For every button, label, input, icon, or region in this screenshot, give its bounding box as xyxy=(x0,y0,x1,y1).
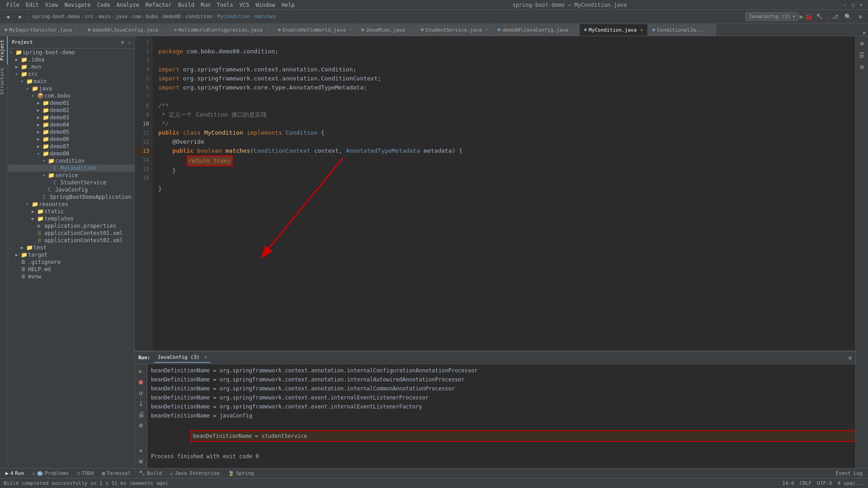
tab-studentservice[interactable]: StudentService.java × xyxy=(416,24,494,36)
tab-close[interactable]: × xyxy=(486,28,488,33)
status-indent[interactable]: 4 spac... xyxy=(837,480,864,486)
minimize-button[interactable]: – xyxy=(842,2,848,8)
menu-run[interactable]: Run xyxy=(198,1,213,9)
status-line-ending[interactable]: CRLF xyxy=(800,480,812,486)
git-button[interactable]: ⎇ xyxy=(829,12,841,22)
maximize-button[interactable]: □ xyxy=(850,2,856,8)
bottom-tab-eventlog[interactable]: Event Log xyxy=(832,469,866,477)
bottom-tab-spring[interactable]: 🍃 Spring xyxy=(224,469,258,477)
tree-demo01[interactable]: ▶ 📁 demo01 xyxy=(8,99,134,107)
run-tab-javaconfig[interactable]: JavaConfig (3) × xyxy=(154,352,211,363)
tree-demo08[interactable]: ▾ 📁 demo08 xyxy=(8,150,134,157)
right-icon-1[interactable]: ≡ xyxy=(857,38,868,49)
build-button[interactable]: 🔨 xyxy=(813,12,825,22)
tab-myimportselector[interactable]: MyImportSelector.java × xyxy=(0,24,83,36)
tree-idea[interactable]: ▶ 📁 .idea xyxy=(8,56,134,63)
tree-static[interactable]: ▶ 📁 static xyxy=(8,208,134,215)
tab-javamian[interactable]: JavaMian.java × xyxy=(357,24,416,36)
menu-navigate[interactable]: Navigate xyxy=(62,1,94,9)
tab-close[interactable]: × xyxy=(75,28,78,33)
tab-conditional[interactable]: ConditionalJa... × xyxy=(648,24,716,36)
tree-condition[interactable]: ▾ 📁 condition xyxy=(8,157,134,164)
run-scroll-end[interactable]: ⤓ xyxy=(136,399,146,408)
right-icon-2[interactable]: ☰ xyxy=(857,50,868,61)
tree-javaconfig[interactable]: ▶ C JavaConfig xyxy=(8,186,134,193)
tree-test[interactable]: ▶ 📁 test xyxy=(8,244,134,251)
tree-resources[interactable]: ▾ 📁 resources xyxy=(8,201,134,208)
run-tab-close[interactable]: × xyxy=(204,355,207,360)
back-button[interactable]: ◀ xyxy=(2,12,14,22)
menu-view[interactable]: View xyxy=(42,1,61,9)
run-rerun-button[interactable]: ↺ xyxy=(136,388,146,398)
tree-main[interactable]: ▾ 📁 main xyxy=(8,78,134,85)
tree-appctx01[interactable]: ▶ 🗎 applicationContext01.xml xyxy=(8,230,134,237)
menu-tools[interactable]: Tools xyxy=(214,1,236,9)
bottom-tab-todo[interactable]: ☑ TODO xyxy=(73,469,97,477)
bottom-tab-build[interactable]: 🔨 Build xyxy=(135,469,165,477)
tree-demo06[interactable]: ▶ 📁 demo06 xyxy=(8,136,134,143)
settings-button[interactable]: ⚙ xyxy=(854,12,866,22)
tab-demo06javaconfig[interactable]: demo06\JavaConfig.java × xyxy=(83,24,170,36)
tab-close[interactable]: × xyxy=(162,28,165,33)
run-close-button[interactable]: × xyxy=(136,446,146,455)
tab-demo08javaconfig[interactable]: demo08\JavaConfig.java × xyxy=(493,24,580,36)
menu-refactor[interactable]: Refactor xyxy=(143,1,175,9)
left-tab-structure[interactable]: Structure xyxy=(0,64,8,99)
search-button[interactable]: 🔍 xyxy=(842,12,854,22)
menu-vcs[interactable]: VCS xyxy=(237,1,252,9)
menu-analyze[interactable]: Analyze xyxy=(113,1,142,9)
menu-build[interactable]: Build xyxy=(175,1,197,9)
tree-mycondition[interactable]: ▶ C MyCondition xyxy=(8,164,134,172)
tree-studentservice[interactable]: ▶ C StudentService xyxy=(8,179,134,186)
run-config-dropdown[interactable]: JavaConfig (3) ▾ xyxy=(745,12,798,21)
tree-templates[interactable]: ▶ 📁 templates xyxy=(8,215,134,222)
menu-file[interactable]: File xyxy=(4,1,22,9)
tree-combobo[interactable]: ▾ 📦 com.bobo xyxy=(8,92,134,99)
run-settings-button[interactable]: ⚙ xyxy=(849,355,852,361)
tree-demo07[interactable]: ▶ 📁 demo07 xyxy=(8,143,134,150)
tree-appprops[interactable]: ▶ ⚙ application.properties xyxy=(8,222,134,230)
tab-mycondition[interactable]: MyCondition.java × xyxy=(580,24,648,36)
menu-help[interactable]: Help xyxy=(279,1,297,9)
tree-root[interactable]: ▾ 📁 spring-boot-demo xyxy=(8,49,134,56)
tree-gitignore[interactable]: ▶ 🗎 .gitignore xyxy=(8,258,134,266)
run-stop-button[interactable]: ■ xyxy=(136,377,146,387)
status-encoding[interactable]: UTF-8 xyxy=(817,480,832,486)
run-play-button[interactable]: ▶ xyxy=(136,366,146,376)
tree-demo04[interactable]: ▶ 📁 demo04 xyxy=(8,121,134,128)
tree-java[interactable]: ▾ 📁 java xyxy=(8,85,134,92)
debug-button[interactable]: 🐞 xyxy=(805,13,812,20)
menu-code[interactable]: Code xyxy=(94,1,113,9)
tree-service[interactable]: ▾ 📁 service xyxy=(8,172,134,179)
tab-scroll-right[interactable]: ▶ xyxy=(861,30,868,36)
right-icon-3[interactable]: ⚙ xyxy=(857,61,868,72)
tab-enablehelloworld[interactable]: EnableHelloWorld.java × xyxy=(274,24,357,36)
tab-close[interactable]: × xyxy=(266,28,269,33)
window-controls[interactable]: – □ × xyxy=(842,2,864,8)
bottom-tab-run[interactable]: ▶ 4 Run xyxy=(2,469,28,477)
tree-demo03[interactable]: ▶ 📁 demo03 xyxy=(8,114,134,121)
tab-close[interactable]: × xyxy=(572,28,575,33)
sidebar-settings[interactable]: ⚙ xyxy=(121,39,124,45)
tree-mvnw[interactable]: ▶ 🗎 mvnw xyxy=(8,273,134,280)
tree-target[interactable]: ▶ 📁 target xyxy=(8,251,134,258)
forward-button[interactable]: ▶ xyxy=(14,12,26,22)
tree-springbootdemo[interactable]: ▶ C SpringBootDemoApplication xyxy=(8,193,134,201)
tab-close[interactable]: × xyxy=(640,28,643,33)
menu-bar[interactable]: File Edit View Navigate Code Analyze Ref… xyxy=(4,1,297,9)
left-tab-project[interactable]: Project xyxy=(0,36,8,64)
bottom-tab-javaenterprise[interactable]: ☕ Java Enterprise xyxy=(166,469,223,477)
sidebar-collapse[interactable]: – xyxy=(127,39,131,45)
tree-demo05[interactable]: ▶ 📁 demo05 xyxy=(8,128,134,136)
run-print-button[interactable]: 🖨 xyxy=(136,409,146,419)
tab-close[interactable]: × xyxy=(708,28,711,33)
tab-close[interactable]: × xyxy=(349,28,352,33)
close-button[interactable]: × xyxy=(858,2,864,8)
status-position[interactable]: 14:6 xyxy=(782,480,794,486)
tree-mvn[interactable]: ▶ 📁 .mvn xyxy=(8,63,134,70)
tab-close[interactable]: × xyxy=(409,28,411,33)
run-expand-button[interactable]: ⊞ xyxy=(136,456,146,466)
bottom-tab-problems[interactable]: ⚠ 6 Problems xyxy=(28,469,72,477)
tree-appctx02[interactable]: ▶ 🗎 applicationContext02.xml xyxy=(8,237,134,244)
tree-demo02[interactable]: ▶ 📁 demo02 xyxy=(8,107,134,114)
